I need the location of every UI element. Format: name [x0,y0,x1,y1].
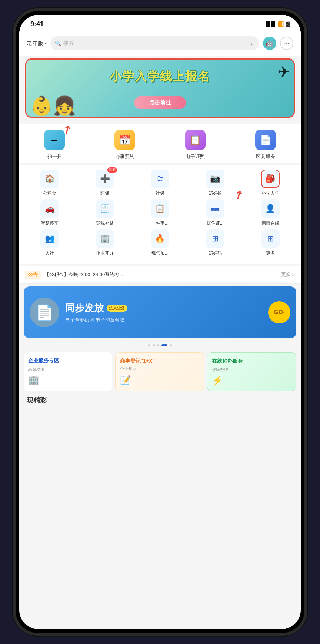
ranqi-icon-wrap: 🔥 [151,229,169,248]
yibao-label: 医保 [100,190,109,197]
quick-icon-appt[interactable]: 📅 办事预约 [110,130,140,160]
banner-button[interactable]: 点击前往 [134,96,186,109]
search-bar[interactable]: 🔍 搜索 🎙 [50,36,259,50]
more-service-icon: ⊞ [267,234,274,244]
juzhu-icon: 🏘 [211,204,219,214]
section-card-online[interactable]: 在线秒办服务 秒级办理 ⚡ [207,352,296,391]
service-grid: 🏠 公积金 ➕ 最新 医保 🗂 社保 [19,165,301,264]
service-item-xiaoxue[interactable]: 🎒 小学入学 [257,170,283,197]
section-subtitle-enterprise: 惠企政策 [28,366,108,372]
search-placeholder: 搜索 [63,40,247,47]
search-icon: 🔍 [55,40,61,46]
building-icon: 🏢 [28,375,39,385]
more-button[interactable]: ··· [280,37,293,50]
banner[interactable]: 小学入学线上报名 👶👧 ✈ 点击前往 [25,58,295,118]
status-time: 9:41 [30,20,44,28]
yijianshi-icon-wrap: 📋 [151,199,169,218]
banner-decoration-left: 👶👧 [30,95,76,117]
announcement-text: 【公积金】今晚23:00–24:00系统将... [44,271,277,278]
qiye-icon: 🏢 [100,234,110,244]
district-icon-box: 📄 [255,130,276,150]
commerce-icon: 📝 [120,375,200,385]
juzhu-icon-wrap: 🏘 [206,199,224,218]
section-subtitle-commerce: 企业开办 [120,366,200,372]
scan-icon-box: ↔ [44,130,65,150]
status-icons: ▐▌█ 📶 ▓ [264,21,290,27]
service-item-yijianshi[interactable]: 📋 一件事... [147,199,173,227]
service-item-shebao[interactable]: 🗂 社保 [147,170,173,197]
service-item-more[interactable]: ⊞ 更多 [257,229,283,256]
qishui-icon: 🧾 [100,204,110,214]
section-card-enterprise[interactable]: 企业服务专区 惠企政策 🏢 [24,352,112,391]
service-item-renshe[interactable]: 👥 人社 [37,229,63,256]
section-title-online: 在线秒办服务 [212,358,291,365]
service-item-juzhu[interactable]: 🏘 居住证... ↗ [202,199,228,227]
version-label: 老年版 [27,40,43,47]
dot-4-active [161,344,167,346]
scan-icon: ↔ [50,134,59,146]
appt-icon: 📅 [119,134,131,146]
juzhu-label: 居住证... [207,220,224,227]
yibao-icon: ➕ [100,174,110,184]
bottom-text: 现精彩 [19,394,301,409]
qishui-label: 契税补贴 [96,220,114,227]
renshe-icon-wrap: 👥 [40,229,59,248]
robot-button[interactable]: 🤖 [263,37,276,50]
service-item-ranqi[interactable]: 🔥 燃气加... [147,229,173,256]
gjj-label: 公积金 [43,190,56,197]
service-item-qishui[interactable]: 🧾 契税补贴 [92,199,118,227]
parking-icon: 🚗 [45,204,55,214]
quick-icon-scan[interactable]: ↔ 扫一扫 ↗ [40,130,69,160]
more-icon: ··· [284,40,289,47]
promo-banner[interactable]: 📄 同步发放 法人业务 电子营业执照 电子印章领取 GO· [24,286,296,338]
qishui-icon-wrap: 🧾 [96,199,114,218]
header-right: 🤖 ··· [263,37,293,50]
promo-subtitle: 电子营业执照 电子印章领取 [65,317,268,323]
promo-content: 同步发放 法人业务 电子营业执照 电子印章领取 [65,302,268,323]
service-item-qinqing[interactable]: 👤 亲情在线 [257,199,283,227]
quick-icon-district[interactable]: 📄 区县服务 [251,130,280,160]
ranqi-icon: 🔥 [155,234,165,244]
section-icon-row-enterprise: 🏢 [28,375,108,385]
quick-icon-cert[interactable]: 📋 电子证照 [180,130,210,160]
chevron-down-icon: ▾ [45,41,47,46]
service-item-gjj[interactable]: 🏠 公积金 [37,170,63,197]
yijianshi-label: 一件事... [151,220,169,227]
shebao-icon: 🗂 [156,174,164,184]
more-icon-wrap: ⊞ [261,229,280,248]
dot-1 [148,344,150,346]
cert-label: 电子证照 [186,153,205,160]
gjj-icon: 🏠 [45,174,55,184]
phone-screen: 9:41 ▐▌█ 📶 ▓ 老年版 ▾ 🔍 搜索 🎙 🤖 [19,15,301,629]
service-item-qiye[interactable]: 🏢 企业开办 [92,229,118,256]
service-item-yibao[interactable]: ➕ 最新 医保 [92,170,118,197]
service-row-2: 🚗 智慧停车 🧾 契税补贴 📋 一件事... [22,199,298,227]
zhenghao-icon-wrap: ⊞ [206,229,224,248]
battery-icon: ▓ [286,21,290,27]
service-item-parking[interactable]: 🚗 智慧停车 [37,199,63,227]
robot-icon: 🤖 [266,39,274,47]
qinqing-icon: 👤 [265,204,275,214]
yijianshi-icon: 📋 [155,204,165,214]
zhenghao-icon: ⊞ [212,234,219,244]
badge-new: 最新 [107,167,117,173]
scan-label: 扫一扫 [47,153,62,160]
service-row-1: 🏠 公积金 ➕ 最新 医保 🗂 社保 [22,170,298,197]
service-item-zhenghao[interactable]: ⊞ 郑好码 [202,229,228,256]
gjj-icon-wrap: 🏠 [40,170,59,188]
section-card-commerce[interactable]: 商事登记"1+X" 企业开办 📝 [115,352,204,391]
service-item-photo[interactable]: 📷 郑好拍 [202,170,228,197]
section-title-commerce: 商事登记"1+X" [120,358,200,365]
banner-section: 小学入学线上报名 👶👧 ✈ 点击前往 [19,56,301,121]
promo-decoration: 📄 [30,298,59,327]
shebao-label: 社保 [156,190,164,197]
version-selector[interactable]: 老年版 ▾ [27,40,47,47]
appt-icon-box: 📅 [114,130,135,150]
announcement-bar: 公告 【公积金】今晚23:00–24:00系统将... 更多 > [19,266,301,284]
promo-badge: 法人业务 [107,305,127,312]
dot-2 [153,344,155,346]
announcement-more[interactable]: 更多 > [281,271,295,278]
promo-go-button[interactable]: GO· [268,301,290,323]
xiaoxue-icon: 🎒 [265,174,275,184]
phone-frame: 9:41 ▐▌█ 📶 ▓ 老年版 ▾ 🔍 搜索 🎙 🤖 [16,11,304,633]
